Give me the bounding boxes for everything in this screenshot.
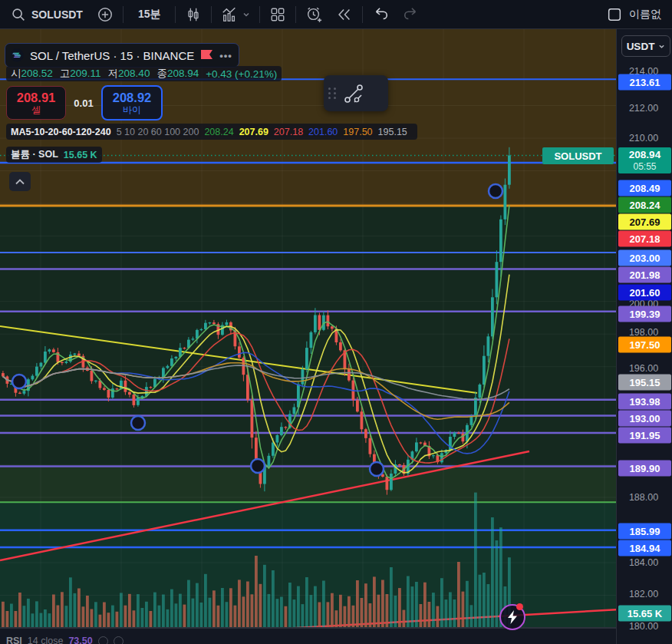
- flag-icon[interactable]: [200, 50, 213, 61]
- replay-icon: [336, 6, 353, 23]
- axis-price-label: 210.00: [617, 133, 670, 144]
- currency-selector[interactable]: USDT: [621, 35, 670, 57]
- add-symbol-button[interactable]: [90, 4, 120, 25]
- toolbar-divider: [362, 6, 363, 23]
- axis-price-label: 182.00: [617, 589, 670, 599]
- undo-button[interactable]: [365, 4, 396, 25]
- symbol-search-label: SOLUSDT: [31, 8, 83, 21]
- quantity-field[interactable]: 0.01: [66, 97, 101, 109]
- volume-title: 볼륨 · SOL: [11, 148, 58, 161]
- indicators-button[interactable]: [214, 4, 257, 25]
- trend-line-tool-icon[interactable]: [342, 82, 365, 105]
- ma-values: 208.24207.69207.18201.60197.50195.15: [204, 127, 412, 137]
- buy-button[interactable]: 208.92 바이: [101, 85, 163, 121]
- drawing-floating-toolbar[interactable]: [324, 75, 388, 111]
- axis-line-label: 199.39: [618, 306, 671, 322]
- current-price: 208.94: [618, 148, 671, 161]
- redo-button[interactable]: [396, 4, 427, 25]
- axis-line-label: 213.61: [618, 74, 671, 91]
- rsi-value: 73.50: [68, 636, 92, 644]
- chart-legend[interactable]: SOL / TetherUS · 15 · BINANCE •••: [5, 43, 239, 68]
- alert-badge: [516, 603, 523, 610]
- layout-name-label: 이름없: [629, 8, 661, 21]
- axis-price-label: 196.00: [617, 363, 670, 374]
- rsi-eye-icon[interactable]: [98, 636, 108, 644]
- sell-label: 셀: [31, 105, 41, 116]
- axis-line-label: 208.49: [618, 180, 671, 197]
- redo-icon: [403, 6, 420, 23]
- undo-icon: [372, 6, 389, 23]
- trade-panel: 208.91 셀 0.01 208.92 바이: [6, 85, 163, 121]
- ma-indicator-legend[interactable]: MA5-10-20-60-120-240 5 10 20 60 100 200 …: [6, 124, 417, 140]
- add-symbol-icon: [97, 6, 114, 23]
- indicators-icon: [221, 6, 238, 23]
- sol-logo-icon: [10, 48, 24, 62]
- toolbar-divider: [259, 6, 260, 23]
- toolbar-divider: [295, 6, 296, 23]
- alert-plus-icon: [305, 6, 322, 23]
- open-value: 208.52: [21, 68, 53, 79]
- layout-grid-icon: [269, 6, 286, 23]
- change-value: +0.43 (+0.21%): [206, 68, 277, 80]
- ohlc-row: 시208.52 고209.11 저208.40 종208.94 +0.43 (+…: [6, 66, 282, 81]
- axis-line-label: 193.98: [618, 394, 671, 410]
- rsi-title: RSI: [6, 636, 22, 644]
- high-value: 209.11: [70, 68, 100, 79]
- layout-name-button[interactable]: 이름없: [606, 6, 672, 23]
- interval-label: 15분: [138, 8, 161, 21]
- ma-value: 208.24: [204, 127, 233, 137]
- currency-label: USDT: [627, 41, 655, 52]
- ma-params: 5 10 20 60 100 200: [117, 127, 199, 137]
- chevron-up-icon: [15, 179, 25, 185]
- axis-line-label: 208.24: [618, 197, 671, 213]
- lightning-icon: [507, 610, 518, 624]
- layout-grid-button[interactable]: [262, 4, 293, 25]
- rsi-indicator-legend[interactable]: RSI 14 close 73.50: [6, 633, 124, 644]
- toolbar-divider: [211, 6, 212, 23]
- axis-line-label: 203.00: [618, 250, 671, 266]
- top-toolbar: SOLUSDT 15분 이름없: [0, 0, 672, 29]
- axis-line-label: 201.60: [618, 285, 671, 301]
- axis-line-label: 195.15: [618, 375, 671, 391]
- ma-value: 197.50: [343, 127, 372, 137]
- rsi-settings-icon[interactable]: [114, 636, 124, 644]
- low-label: 저: [108, 68, 119, 79]
- chevron-down-icon: [242, 11, 250, 18]
- countdown: 05:55: [618, 161, 671, 172]
- chart-style-button[interactable]: [178, 4, 209, 25]
- open-label: 시: [11, 68, 21, 79]
- collapse-legend-button[interactable]: [9, 172, 31, 191]
- toolbar-divider: [175, 6, 176, 23]
- candle-style-icon: [185, 6, 202, 23]
- more-options-button[interactable]: •••: [219, 50, 232, 61]
- ma-title: MA5-10-20-60-120-240: [11, 127, 111, 137]
- sell-button[interactable]: 208.91 셀: [6, 86, 66, 120]
- alert-button[interactable]: [298, 4, 329, 25]
- axis-line-label: 207.69: [618, 214, 671, 230]
- axis-line-label: 184.94: [618, 540, 671, 556]
- volume-indicator-legend[interactable]: 볼륨 · SOL 15.65 K: [6, 147, 102, 163]
- close-label: 종: [156, 68, 167, 79]
- symbol-search-button[interactable]: SOLUSDT: [3, 4, 90, 25]
- trading-app: { "toolbar": { "symbol": "SOLUSDT", "int…: [0, 0, 672, 644]
- chevron-down-icon: [658, 43, 665, 50]
- ma-value: 207.69: [239, 127, 268, 137]
- low-value: 208.40: [118, 68, 150, 79]
- ma-value: 201.60: [308, 127, 338, 137]
- high-label: 고: [60, 68, 71, 79]
- drag-handle[interactable]: [328, 88, 336, 99]
- axis-current-price-label: 208.9405:55: [618, 147, 671, 173]
- axis-line-label: 201.98: [618, 267, 671, 283]
- search-icon: [10, 6, 27, 23]
- symbol-price-tag: SOLUSDT: [542, 147, 614, 164]
- volume-value: 15.65 K: [64, 150, 97, 160]
- axis-price-label: 184.00: [617, 557, 670, 568]
- axis-line-label: 185.99: [618, 523, 671, 540]
- buy-label: 바이: [123, 105, 141, 116]
- ma-value: 207.18: [274, 127, 303, 137]
- axis-line-label: 15.65 K: [618, 606, 671, 622]
- axis-line-label: 207.18: [618, 231, 671, 247]
- price-axis[interactable]: USDT 214.00212.00210.00200.00198.00196.0…: [616, 28, 672, 644]
- replay-button[interactable]: [329, 4, 360, 25]
- interval-button[interactable]: 15분: [126, 4, 173, 25]
